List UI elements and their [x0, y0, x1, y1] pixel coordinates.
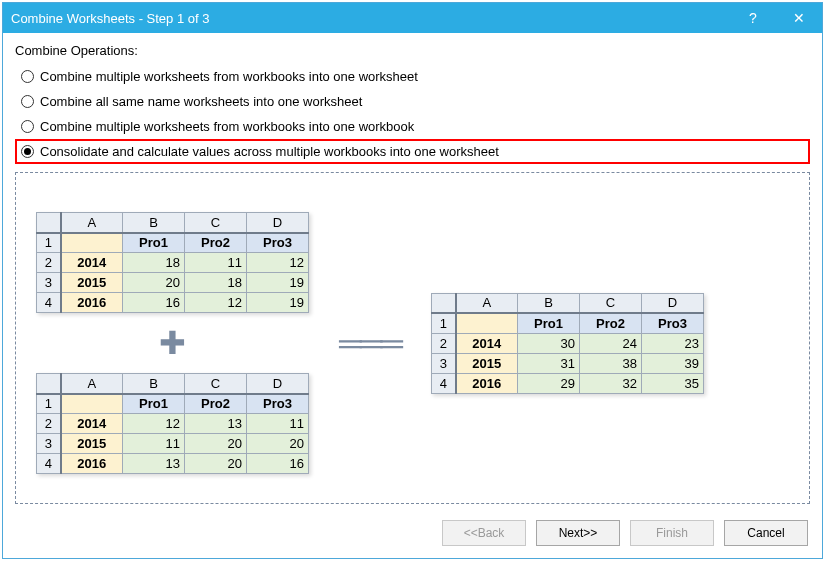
- option-into-workbook[interactable]: Combine multiple worksheets from workboo…: [15, 114, 810, 139]
- row-header: 1: [432, 313, 456, 333]
- option-label: Combine all same name worksheets into on…: [40, 94, 362, 109]
- cell-year: 2014: [456, 333, 518, 353]
- option-label: Combine multiple worksheets from workboo…: [40, 69, 418, 84]
- sheet-corner: [37, 213, 61, 233]
- finish-button[interactable]: Finish: [630, 520, 714, 546]
- plus-icon: ✚: [159, 327, 186, 359]
- row-header: 2: [37, 253, 61, 273]
- col-header: D: [642, 293, 704, 313]
- window-title: Combine Worksheets - Step 1 of 3: [11, 11, 730, 26]
- close-icon[interactable]: ✕: [776, 3, 822, 33]
- back-button[interactable]: <<Back: [442, 520, 526, 546]
- cell-value: 20: [185, 454, 247, 474]
- col-header: A: [456, 293, 518, 313]
- cell-header: Pro3: [642, 313, 704, 333]
- option-consolidate[interactable]: Consolidate and calculate values across …: [15, 139, 810, 164]
- cell-header: Pro1: [518, 313, 580, 333]
- row-header: 3: [37, 273, 61, 293]
- cell: [456, 313, 518, 333]
- col-header: A: [61, 374, 123, 394]
- radio-icon: [21, 145, 34, 158]
- cell-header: Pro2: [185, 394, 247, 414]
- cell-year: 2016: [61, 454, 123, 474]
- group-label: Combine Operations:: [15, 43, 810, 58]
- help-icon[interactable]: ?: [730, 3, 776, 33]
- preview-panel: ABCD1Pro1Pro2Pro322014181112320152018194…: [15, 172, 810, 504]
- cell-value: 35: [642, 373, 704, 393]
- option-combine-into-sheet[interactable]: Combine multiple worksheets from workboo…: [15, 64, 810, 89]
- cell-value: 11: [123, 434, 185, 454]
- cell-value: 24: [580, 333, 642, 353]
- option-label: Consolidate and calculate values across …: [40, 144, 499, 159]
- cell-year: 2016: [61, 293, 123, 313]
- cell-value: 20: [247, 434, 309, 454]
- col-header: C: [185, 374, 247, 394]
- cell-header: Pro2: [580, 313, 642, 333]
- cell-value: 13: [185, 414, 247, 434]
- col-header: D: [247, 213, 309, 233]
- cell-value: 20: [123, 273, 185, 293]
- cell-value: 12: [123, 414, 185, 434]
- cell-year: 2015: [61, 434, 123, 454]
- cell-value: 18: [123, 253, 185, 273]
- col-header: C: [185, 213, 247, 233]
- cancel-button[interactable]: Cancel: [724, 520, 808, 546]
- option-label: Combine multiple worksheets from workboo…: [40, 119, 414, 134]
- dialog-content: Combine Operations: Combine multiple wor…: [3, 33, 822, 558]
- row-header: 1: [37, 233, 61, 253]
- cell: [61, 233, 123, 253]
- next-button[interactable]: Next>>: [536, 520, 620, 546]
- input-sheets-column: ABCD1Pro1Pro2Pro322014181112320152018194…: [36, 212, 309, 474]
- cell-value: 29: [518, 373, 580, 393]
- cell-value: 19: [247, 293, 309, 313]
- radio-icon: [21, 120, 34, 133]
- cell-value: 20: [185, 434, 247, 454]
- radio-icon: [21, 70, 34, 83]
- cell-value: 23: [642, 333, 704, 353]
- cell-header: Pro3: [247, 394, 309, 414]
- col-header: B: [123, 374, 185, 394]
- cell-header: Pro2: [185, 233, 247, 253]
- cell-header: Pro3: [247, 233, 309, 253]
- col-header: D: [247, 374, 309, 394]
- cell-value: 38: [580, 353, 642, 373]
- sheet-corner: [37, 374, 61, 394]
- cell-value: 39: [642, 353, 704, 373]
- cell-value: 31: [518, 353, 580, 373]
- cell-header: Pro1: [123, 233, 185, 253]
- sheet-corner: [432, 293, 456, 313]
- row-header: 1: [37, 394, 61, 414]
- sheet-input-1: ABCD1Pro1Pro2Pro322014181112320152018194…: [36, 212, 309, 313]
- sheet-input-2: ABCD1Pro1Pro2Pro322014121311320151120204…: [36, 373, 309, 474]
- cell-year: 2014: [61, 253, 123, 273]
- col-header: B: [518, 293, 580, 313]
- row-header: 2: [432, 333, 456, 353]
- cell-year: 2015: [456, 353, 518, 373]
- cell-value: 18: [185, 273, 247, 293]
- cell-value: 11: [247, 414, 309, 434]
- sheet-result: ABCD1Pro1Pro2Pro322014302423320153138394…: [431, 293, 704, 394]
- cell-year: 2014: [61, 414, 123, 434]
- col-header: B: [123, 213, 185, 233]
- cell-value: 16: [247, 454, 309, 474]
- dialog-window: Combine Worksheets - Step 1 of 3 ? ✕ Com…: [2, 2, 823, 559]
- option-same-name[interactable]: Combine all same name worksheets into on…: [15, 89, 810, 114]
- equals-icon: ═══: [339, 325, 401, 362]
- cell-value: 12: [185, 293, 247, 313]
- cell-value: 13: [123, 454, 185, 474]
- cell-value: 12: [247, 253, 309, 273]
- cell-value: 19: [247, 273, 309, 293]
- row-header: 4: [37, 454, 61, 474]
- row-header: 4: [37, 293, 61, 313]
- col-header: A: [61, 213, 123, 233]
- cell: [61, 394, 123, 414]
- cell-year: 2016: [456, 373, 518, 393]
- row-header: 3: [432, 353, 456, 373]
- row-header: 3: [37, 434, 61, 454]
- row-header: 2: [37, 414, 61, 434]
- cell-value: 32: [580, 373, 642, 393]
- cell-header: Pro1: [123, 394, 185, 414]
- row-header: 4: [432, 373, 456, 393]
- cell-value: 11: [185, 253, 247, 273]
- cell-value: 16: [123, 293, 185, 313]
